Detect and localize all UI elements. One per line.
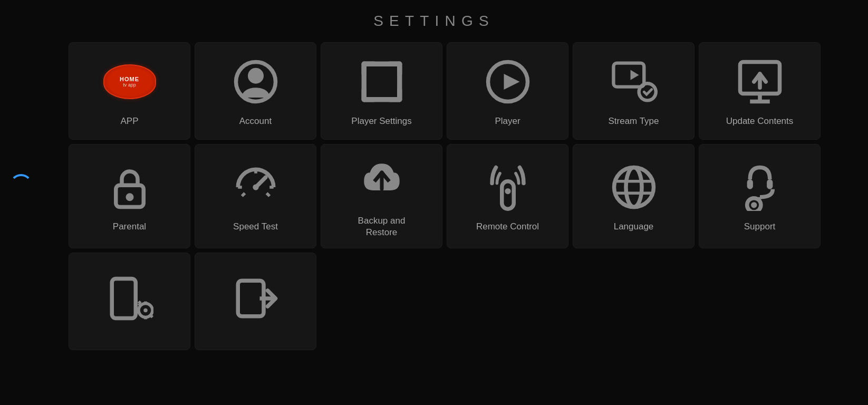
svg-point-45 bbox=[143, 308, 148, 312]
settings-item-label-parental: Parental bbox=[113, 221, 146, 233]
settings-item-label-speed-test: Speed Test bbox=[233, 221, 278, 233]
svg-point-0 bbox=[248, 68, 264, 84]
svg-point-36 bbox=[626, 168, 642, 207]
settings-item-stream-type[interactable]: Stream Type bbox=[573, 42, 695, 140]
svg-rect-43 bbox=[112, 278, 136, 318]
settings-item-speed-test[interactable]: Speed Test bbox=[195, 144, 316, 248]
update-contents-icon bbox=[734, 55, 786, 108]
settings-item-label-language: Language bbox=[614, 221, 654, 233]
settings-item-label-backup-restore: Backup andRestore bbox=[358, 215, 406, 238]
svg-marker-17 bbox=[630, 70, 639, 80]
svg-marker-15 bbox=[504, 74, 519, 90]
settings-item-label-player-settings: Player Settings bbox=[351, 115, 411, 127]
svg-rect-40 bbox=[767, 179, 773, 189]
svg-point-35 bbox=[614, 168, 653, 207]
home-icon: HOME tv app bbox=[103, 55, 156, 108]
svg-point-42 bbox=[751, 202, 757, 208]
support-icon bbox=[734, 161, 786, 214]
parental-icon bbox=[103, 161, 156, 214]
settings-item-support[interactable]: Support bbox=[699, 144, 821, 248]
settings-item-label-remote-control: Remote Control bbox=[476, 221, 539, 233]
settings-item-player[interactable]: Player bbox=[447, 42, 568, 140]
settings-item-label-player: Player bbox=[495, 115, 520, 127]
settings-item-app-settings[interactable] bbox=[69, 253, 190, 350]
svg-line-28 bbox=[266, 193, 269, 196]
svg-line-52 bbox=[138, 301, 140, 303]
svg-line-51 bbox=[150, 315, 152, 317]
language-icon bbox=[607, 161, 660, 214]
account-icon bbox=[229, 55, 282, 108]
app-settings-icon bbox=[103, 272, 156, 325]
page-title: SETTINGS bbox=[0, 0, 868, 38]
svg-point-34 bbox=[505, 188, 510, 194]
svg-rect-39 bbox=[747, 179, 753, 189]
settings-item-label-app: APP bbox=[120, 115, 138, 127]
svg-rect-16 bbox=[613, 63, 644, 87]
settings-grid: HOME tv app APP Account bbox=[21, 38, 868, 354]
settings-item-label-support: Support bbox=[744, 221, 776, 233]
settings-item-player-settings[interactable]: Player Settings bbox=[321, 42, 442, 140]
settings-item-signin[interactable] bbox=[195, 253, 316, 350]
settings-item-label-stream-type: Stream Type bbox=[608, 115, 659, 127]
svg-rect-33 bbox=[501, 181, 514, 209]
settings-item-parental[interactable]: Parental bbox=[69, 144, 190, 248]
settings-item-app[interactable]: HOME tv app APP bbox=[69, 42, 190, 140]
svg-point-24 bbox=[126, 193, 133, 201]
settings-item-label-account: Account bbox=[239, 115, 272, 127]
stream-type-icon bbox=[607, 55, 660, 108]
loading-spinner bbox=[9, 174, 33, 197]
svg-line-25 bbox=[242, 193, 245, 196]
speed-test-icon bbox=[229, 161, 282, 214]
backup-restore-icon bbox=[355, 155, 408, 208]
signin-icon bbox=[229, 272, 282, 325]
player-icon bbox=[481, 55, 534, 108]
remote-control-icon bbox=[481, 161, 534, 214]
svg-point-31 bbox=[253, 184, 258, 190]
settings-item-update-contents[interactable]: Update Contents bbox=[699, 42, 821, 140]
settings-item-account[interactable]: Account bbox=[195, 42, 316, 140]
settings-item-label-update-contents: Update Contents bbox=[726, 115, 794, 127]
settings-item-remote-control[interactable]: Remote Control bbox=[447, 144, 568, 248]
player-settings-icon bbox=[355, 55, 408, 108]
settings-item-backup-restore[interactable]: Backup andRestore bbox=[321, 144, 442, 248]
settings-item-language[interactable]: Language bbox=[573, 144, 695, 248]
